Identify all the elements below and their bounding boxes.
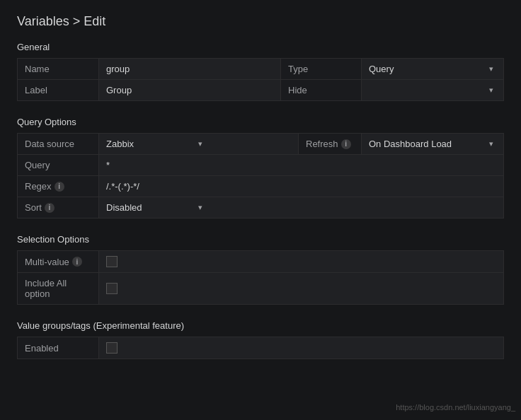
multivalue-label: Multi-value i (18, 251, 99, 272)
enabled-row: Enabled (17, 337, 504, 359)
regex-input[interactable] (106, 181, 496, 192)
regex-info-icon[interactable]: i (55, 182, 64, 192)
multivalue-row: Multi-value i (17, 250, 504, 272)
sort-select[interactable]: Disabled Alphabetical (asc) Alphabetical… (106, 202, 205, 213)
type-label: Type (280, 59, 362, 79)
multivalue-info-icon[interactable]: i (72, 257, 82, 267)
footer-link: https://blog.csdn.net/liuxiangyang_ (396, 403, 515, 412)
general-name-row: Name Type Query Custom Textbox Constant … (17, 58, 504, 79)
query-input[interactable] (106, 160, 496, 170)
label-input[interactable] (106, 85, 273, 95)
type-select[interactable]: Query Custom Textbox Constant Datasource… (369, 64, 496, 74)
regex-label: Regex i (18, 176, 99, 197)
general-section: General Name Type Query Custom Textbox C… (17, 42, 504, 101)
page-title: Variables > Edit (17, 14, 504, 29)
refresh-label: Refresh i (298, 134, 362, 154)
query-options-section: Query Options Data source Zabbix Prometh… (17, 117, 504, 218)
sort-info-icon[interactable]: i (45, 203, 55, 213)
type-select-container: Query Custom Textbox Constant Datasource… (369, 64, 496, 74)
regex-row: Regex i (17, 175, 504, 197)
datasource-row: Data source Zabbix Prometheus Graphite ▾… (17, 133, 504, 154)
refresh-info-icon[interactable]: i (341, 139, 351, 149)
include-all-value-cell (99, 273, 503, 304)
general-section-title: General (17, 42, 504, 52)
selection-options-section: Selection Options Multi-value i Include … (17, 234, 504, 305)
name-label: Name (18, 59, 99, 79)
datasource-value-cell: Zabbix Prometheus Graphite ▾ (99, 134, 298, 154)
sort-label: Sort i (18, 197, 99, 218)
general-label-row: Label Hide Label Variable ▾ (17, 79, 504, 101)
query-value-cell (99, 155, 503, 175)
hide-select[interactable]: Label Variable (369, 85, 496, 95)
sort-select-container: Disabled Alphabetical (asc) Alphabetical… (106, 202, 205, 213)
multivalue-value-cell (99, 251, 503, 272)
refresh-select[interactable]: On Dashboard Load Never On Time Range Ch… (369, 139, 496, 149)
refresh-value-cell: On Dashboard Load Never On Time Range Ch… (362, 134, 503, 154)
regex-value-cell (99, 176, 503, 197)
label-value-cell (99, 80, 280, 100)
hide-value-cell: Label Variable ▾ (362, 80, 503, 100)
hide-select-container: Label Variable ▾ (369, 85, 496, 95)
sort-value-cell: Disabled Alphabetical (asc) Alphabetical… (99, 197, 503, 218)
query-row: Query (17, 154, 504, 175)
query-options-title: Query Options (17, 117, 504, 127)
refresh-select-container: On Dashboard Load Never On Time Range Ch… (369, 139, 496, 149)
query-label: Query (18, 155, 99, 175)
selection-options-title: Selection Options (17, 234, 504, 245)
sort-row: Sort i Disabled Alphabetical (asc) Alpha… (17, 197, 504, 218)
enabled-checkbox[interactable] (106, 342, 118, 354)
include-all-label: Include All option (18, 273, 99, 304)
enabled-value-cell (99, 337, 503, 358)
include-all-checkbox[interactable] (106, 283, 118, 294)
value-groups-title: Value groups/tags (Experimental feature) (17, 320, 504, 331)
datasource-select[interactable]: Zabbix Prometheus Graphite (106, 139, 205, 149)
label-label: Label (18, 80, 99, 100)
hide-label: Hide (280, 80, 362, 100)
name-input[interactable] (106, 64, 273, 74)
datasource-label: Data source (18, 134, 99, 154)
datasource-select-container: Zabbix Prometheus Graphite ▾ (106, 139, 205, 149)
multivalue-checkbox[interactable] (106, 256, 118, 267)
name-value-cell (99, 59, 280, 79)
include-all-row: Include All option (17, 272, 504, 305)
value-groups-section: Value groups/tags (Experimental feature)… (17, 320, 504, 359)
type-value-cell: Query Custom Textbox Constant Datasource… (362, 59, 503, 79)
enabled-label: Enabled (18, 337, 99, 358)
